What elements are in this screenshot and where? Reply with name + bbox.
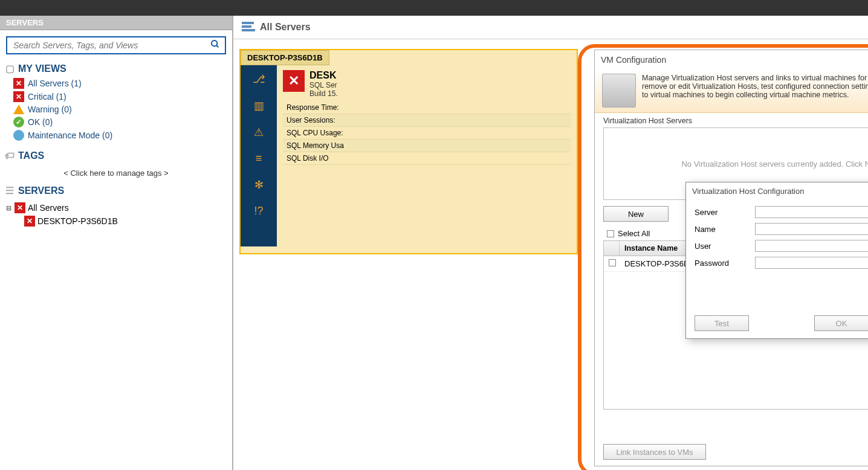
ok-icon: ✓ <box>13 117 24 127</box>
manage-tags-link[interactable]: < Click here to manage tags > <box>0 164 232 182</box>
search-box[interactable] <box>6 36 226 54</box>
dialog-footer: Test OK Cancel <box>686 315 868 331</box>
password-row: Password ! <box>695 257 868 269</box>
host-config-dialog: Virtualization Host Configuration ? ✕ Se… <box>685 182 868 339</box>
view-warning[interactable]: Warning (0) <box>13 103 222 115</box>
my-views-tree: ✕All Servers (1) ✕Critical (1) Warning (… <box>0 77 232 148</box>
server-tower-icon <box>602 74 636 108</box>
view-label: OK (0) <box>28 117 53 127</box>
view-label: Maintenance Mode (0) <box>28 130 112 140</box>
view-critical[interactable]: ✕Critical (1) <box>13 90 222 103</box>
servers-tree: ⊟ ✕ All Servers ✕ DESKTOP-P3S6D1B <box>0 199 232 228</box>
alert-icon[interactable]: ⚠ <box>254 126 264 139</box>
window-icon: ▢ <box>5 63 15 74</box>
sidebar-header: SERVERS <box>0 16 232 30</box>
hosts-label: Virtualization Host Servers <box>595 113 868 126</box>
content-area: All Servers DESKTOP-P3S6D1B ⎇ ▥ ⚠ ≡ ✻ !?… <box>233 16 868 470</box>
server-node[interactable]: ✕ DESKTOP-P3S6D1B <box>6 214 226 228</box>
sidebar: SERVERS ▢ MY VIEWS ✕All Servers (1) ✕Cri… <box>0 16 233 470</box>
view-all-servers[interactable]: ✕All Servers (1) <box>13 77 222 90</box>
dialog-banner: Manage Virtualization Host servers and l… <box>595 69 868 113</box>
new-button[interactable]: New <box>603 206 669 222</box>
stat-row: SQL Memory Usa <box>283 140 571 152</box>
tag-icon: 🏷 <box>5 150 15 161</box>
hosts-empty-text: No Virtualization Host servers currently… <box>681 159 868 169</box>
dialog-footer: Link Instances to VMs OK Cancel <box>595 444 868 460</box>
ok-button[interactable]: OK <box>814 315 868 331</box>
row-checkbox[interactable] <box>609 259 616 266</box>
list-icon: ☰ <box>5 185 15 196</box>
stat-row: Response Time: <box>283 101 571 114</box>
dialog-titlebar: VM Configuration ? ✕ <box>595 50 868 69</box>
card-sub2: Build 15. <box>309 89 338 98</box>
servers-header[interactable]: ☰ SERVERS <box>0 182 232 199</box>
view-maintenance[interactable]: Maintenance Mode (0) <box>13 129 222 142</box>
servers-root-label: All Servers <box>28 203 69 213</box>
server-label: Server <box>695 208 755 217</box>
stats-table: Response Time: User Sessions: SQL CPU Us… <box>283 101 571 165</box>
critical-icon: ✕ <box>13 91 24 102</box>
help-icon[interactable]: !? <box>254 205 263 217</box>
server-card-tab[interactable]: DESKTOP-P3S6D1B <box>241 50 329 65</box>
banner-text: Manage Virtualization Host servers and l… <box>642 74 868 108</box>
critical-icon: ✕ <box>283 70 305 92</box>
name-input[interactable] <box>755 223 868 235</box>
dialog-title: VM Configuration <box>601 55 666 65</box>
stat-row: SQL CPU Usage: <box>283 127 571 140</box>
server-card: DESKTOP-P3S6D1B ⎇ ▥ ⚠ ≡ ✻ !? ✕ DESK SQL … <box>239 49 578 254</box>
password-input[interactable] <box>755 257 868 269</box>
name-row: Name ! <box>695 223 868 235</box>
chart-icon[interactable]: ▥ <box>254 99 264 112</box>
dialog-titlebar: Virtualization Host Configuration ? ✕ <box>686 182 868 200</box>
view-label: Critical (1) <box>28 92 66 101</box>
my-views-header[interactable]: ▢ MY VIEWS <box>0 60 232 77</box>
server-input[interactable] <box>755 206 868 218</box>
stat-row: SQL Disk I/O <box>283 152 571 165</box>
select-all-label: Select All <box>618 229 650 238</box>
servers-root[interactable]: ⊟ ✕ All Servers <box>6 201 226 214</box>
my-views-title: MY VIEWS <box>18 63 66 74</box>
view-label: All Servers (1) <box>28 79 82 88</box>
view-label: Warning (0) <box>28 105 72 114</box>
card-sub1: SQL Ser <box>309 81 338 89</box>
branch-icon[interactable]: ⎇ <box>253 72 265 86</box>
servers-title: SERVERS <box>18 185 64 196</box>
warning-icon <box>13 105 24 114</box>
host-form: Server ! Name ! User ! Password <box>686 200 868 269</box>
password-label: Password <box>695 259 755 268</box>
svg-point-0 <box>212 40 217 46</box>
test-button[interactable]: Test <box>695 315 749 331</box>
link-instances-button[interactable]: Link Instances to VMs <box>603 444 706 460</box>
critical-icon: ✕ <box>15 202 25 213</box>
critical-icon: ✕ <box>13 78 24 89</box>
server-node-label: DESKTOP-P3S6D1B <box>37 216 118 226</box>
name-label: Name <box>695 225 755 234</box>
view-ok[interactable]: ✓OK (0) <box>13 115 222 129</box>
top-menu-bar <box>0 0 868 16</box>
card-nav: ⎇ ▥ ⚠ ≡ ✻ !? <box>241 65 277 246</box>
tags-header[interactable]: 🏷 TAGS <box>0 148 232 164</box>
critical-icon: ✕ <box>24 216 35 227</box>
collapse-icon[interactable]: ⊟ <box>6 204 15 212</box>
dialog-title: Virtualization Host Configuration <box>692 187 804 196</box>
all-servers-title: All Servers <box>260 22 311 33</box>
user-label: User <box>695 242 755 251</box>
maintenance-icon <box>13 130 24 141</box>
settings-icon[interactable]: ✻ <box>254 178 264 192</box>
user-row: User ! <box>695 240 868 252</box>
stat-row: User Sessions: <box>283 114 571 127</box>
db-icon[interactable]: ≡ <box>256 152 262 165</box>
svg-line-1 <box>216 45 218 47</box>
all-servers-header: All Servers <box>233 16 868 39</box>
server-row: Server ! <box>695 206 868 218</box>
search-input[interactable] <box>12 40 210 51</box>
tags-title: TAGS <box>18 150 44 161</box>
search-icon[interactable] <box>210 39 220 51</box>
card-title: DESK <box>309 70 338 81</box>
user-input[interactable] <box>755 240 868 252</box>
servers-icon <box>242 22 255 33</box>
select-all-checkbox[interactable] <box>607 230 614 237</box>
